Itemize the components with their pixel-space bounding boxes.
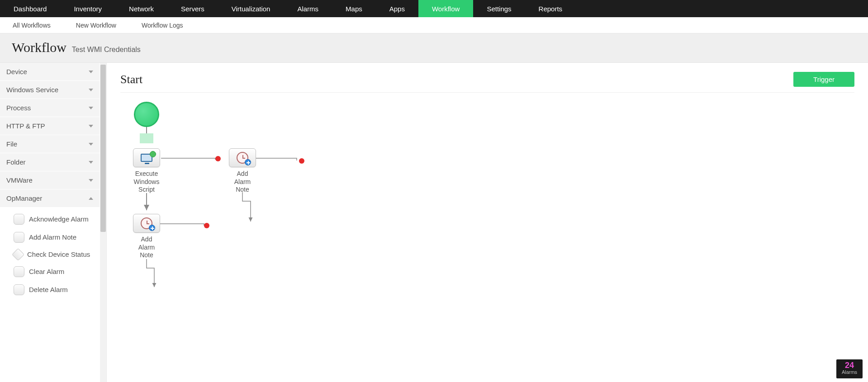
sidebar-section-device[interactable]: Device [0, 63, 100, 81]
action-label: Add Alarm Note [29, 233, 76, 241]
sidebar-section-http-ftp[interactable]: HTTP & FTP [0, 117, 100, 135]
sub-nav: All Workflows New Workflow Workflow Logs [0, 17, 868, 33]
sidebar-scrollbar[interactable] [100, 63, 106, 382]
page-title: Workflow [12, 40, 66, 55]
node-label: Add Alarm Note [133, 236, 160, 259]
action-acknowledge-alarm[interactable]: Acknowledge Alarm [0, 210, 100, 228]
nav-reports[interactable]: Reports [525, 0, 576, 17]
connector-endpoint[interactable] [215, 156, 221, 161]
node-add-alarm-note-2[interactable]: Add Alarm Note [133, 214, 160, 259]
action-icon [14, 214, 24, 225]
chevron-down-icon [89, 107, 93, 109]
nav-virtualization[interactable]: Virtualization [218, 0, 284, 17]
nav-workflow[interactable]: Workflow [418, 0, 473, 17]
sidebar-section-label: Windows Service [6, 86, 58, 94]
sidebar-section-vmware[interactable]: VMWare [0, 171, 100, 189]
sidebar-section-opmanager-body: Acknowledge Alarm Add Alarm Note Check D… [0, 208, 100, 302]
alarms-label: Alarms [836, 369, 863, 375]
plus-badge-icon [149, 225, 155, 231]
nav-dashboard[interactable]: Dashboard [0, 0, 60, 17]
nav-maps[interactable]: Maps [332, 0, 376, 17]
alarms-badge[interactable]: 24 Alarms [836, 359, 863, 378]
nav-alarms[interactable]: Alarms [284, 0, 332, 17]
nav-network[interactable]: Network [115, 0, 167, 17]
node-label: Execute Windows Script [133, 170, 160, 194]
connector-lines [120, 97, 527, 350]
subnav-all-workflows[interactable]: All Workflows [0, 22, 63, 29]
sidebar-section-label: OpManager [6, 194, 42, 202]
nav-inventory[interactable]: Inventory [60, 0, 115, 17]
action-label: Check Device Status [27, 250, 90, 259]
chevron-up-icon [89, 197, 93, 200]
chevron-down-icon [89, 89, 93, 91]
node-label: Add Alarm Note [229, 170, 256, 194]
nav-apps[interactable]: Apps [376, 0, 418, 17]
subnav-new-workflow[interactable]: New Workflow [63, 22, 129, 29]
sidebar-section-label: HTTP & FTP [6, 122, 45, 130]
subnav-workflow-logs[interactable]: Workflow Logs [129, 22, 196, 29]
sidebar-section-label: VMWare [6, 176, 33, 184]
connector-endpoint[interactable] [204, 223, 209, 228]
chevron-down-icon [89, 125, 93, 127]
chevron-down-icon [89, 179, 93, 182]
sidebar-section-process[interactable]: Process [0, 99, 100, 117]
plus-badge-icon [245, 159, 251, 165]
sidebar-section-file[interactable]: File [0, 135, 100, 153]
action-icon [14, 284, 24, 295]
start-node[interactable] [134, 102, 159, 127]
sidebar-section-label: Device [6, 68, 27, 75]
action-label: Delete Alarm [29, 286, 68, 294]
connector-endpoint[interactable] [299, 158, 304, 164]
action-check-device-status[interactable]: Check Device Status [0, 246, 100, 263]
sidebar-scrollbar-thumb[interactable] [100, 65, 106, 232]
nav-servers[interactable]: Servers [167, 0, 218, 17]
sidebar-section-windows-service[interactable]: Windows Service [0, 81, 100, 99]
sidebar-section-label: Process [6, 104, 31, 112]
top-nav: Dashboard Inventory Network Servers Virt… [0, 0, 868, 17]
sidebar-section-label: Folder [6, 158, 26, 166]
chevron-down-icon [89, 71, 93, 73]
action-icon [14, 232, 24, 243]
alarms-count: 24 [836, 361, 863, 369]
sidebar-section-folder[interactable]: Folder [0, 153, 100, 171]
chevron-down-icon [89, 161, 93, 164]
workflow-canvas-wrap: Start Trigger [107, 63, 868, 382]
action-label: Clear Alarm [29, 268, 64, 276]
run-badge-icon [150, 151, 156, 157]
title-bar: Workflow Test WMI Credentials [0, 33, 868, 63]
canvas-title: Start [120, 73, 142, 86]
action-add-alarm-note[interactable]: Add Alarm Note [0, 228, 100, 246]
drop-zone[interactable] [140, 133, 153, 143]
node-execute-windows-script[interactable]: Execute Windows Script [133, 148, 160, 194]
action-icon [12, 248, 24, 261]
sidebar-section-opmanager[interactable]: OpManager [0, 189, 100, 208]
action-delete-alarm[interactable]: Delete Alarm [0, 281, 100, 299]
action-label: Acknowledge Alarm [29, 215, 89, 223]
action-clear-alarm[interactable]: Clear Alarm [0, 263, 100, 281]
chevron-down-icon [89, 143, 93, 146]
page-subtitle: Test WMI Credentials [72, 46, 141, 53]
sidebar: Device Windows Service Process HTTP & FT… [0, 63, 107, 382]
trigger-button[interactable]: Trigger [793, 72, 854, 87]
nav-settings[interactable]: Settings [473, 0, 525, 17]
node-add-alarm-note-1[interactable]: Add Alarm Note [229, 148, 256, 194]
workflow-canvas[interactable]: Execute Windows Script Add Alarm Note [120, 97, 854, 350]
sidebar-section-label: File [6, 140, 17, 148]
action-icon [14, 266, 24, 277]
